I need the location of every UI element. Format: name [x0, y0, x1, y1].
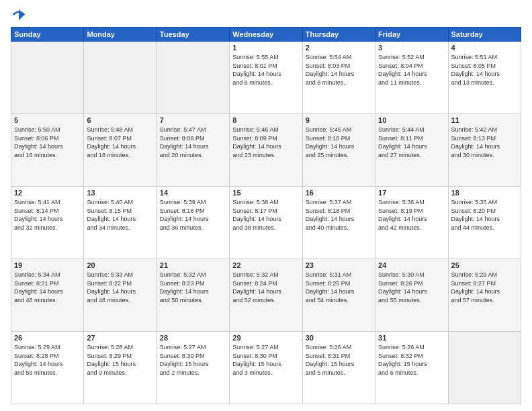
- calendar-day: 25Sunrise: 5:29 AMSunset: 8:27 PMDayligh…: [448, 259, 521, 332]
- calendar-day: 3Sunrise: 5:52 AMSunset: 8:04 PMDaylight…: [375, 42, 448, 114]
- day-info: Sunrise: 5:30 AMSunset: 8:26 PMDaylight:…: [378, 271, 445, 304]
- calendar-day: 17Sunrise: 5:36 AMSunset: 8:19 PMDayligh…: [375, 187, 448, 259]
- calendar-day: 22Sunrise: 5:32 AMSunset: 8:24 PMDayligh…: [230, 259, 302, 332]
- day-info: Sunrise: 5:35 AMSunset: 8:20 PMDaylight:…: [451, 198, 518, 232]
- day-number: 6: [87, 116, 153, 124]
- day-header-saturday: Saturday: [448, 28, 521, 42]
- day-info: Sunrise: 5:37 AMSunset: 8:18 PMDaylight:…: [306, 198, 372, 232]
- calendar-day: 29Sunrise: 5:27 AMSunset: 8:30 PMDayligh…: [230, 332, 302, 404]
- day-number: 26: [14, 334, 81, 342]
- calendar-day: 6Sunrise: 5:48 AMSunset: 8:07 PMDaylight…: [84, 114, 157, 187]
- day-header-monday: Monday: [84, 28, 157, 42]
- day-info: Sunrise: 5:54 AMSunset: 8:03 PMDaylight:…: [306, 53, 372, 87]
- day-info: Sunrise: 5:32 AMSunset: 8:24 PMDaylight:…: [232, 271, 299, 304]
- day-info: Sunrise: 5:51 AMSunset: 8:05 PMDaylight:…: [451, 53, 518, 87]
- calendar-week-row: 19Sunrise: 5:34 AMSunset: 8:21 PMDayligh…: [11, 259, 521, 332]
- logo: [11, 8, 26, 21]
- day-number: 22: [232, 261, 299, 269]
- calendar-day: [157, 42, 229, 114]
- day-info: Sunrise: 5:44 AMSunset: 8:11 PMDaylight:…: [378, 126, 445, 159]
- day-info: Sunrise: 5:48 AMSunset: 8:07 PMDaylight:…: [87, 126, 153, 159]
- day-info: Sunrise: 5:46 AMSunset: 8:09 PMDaylight:…: [232, 126, 299, 159]
- day-header-thursday: Thursday: [302, 28, 375, 42]
- day-number: 13: [87, 189, 153, 197]
- day-header-tuesday: Tuesday: [157, 28, 229, 42]
- calendar-day: 5Sunrise: 5:50 AMSunset: 8:06 PMDaylight…: [11, 114, 84, 187]
- calendar-day: 2Sunrise: 5:54 AMSunset: 8:03 PMDaylight…: [302, 42, 375, 114]
- calendar: SundayMondayTuesdayWednesdayThursdayFrid…: [11, 27, 521, 404]
- day-number: 15: [232, 189, 299, 197]
- day-info: Sunrise: 5:41 AMSunset: 8:14 PMDaylight:…: [14, 198, 81, 232]
- day-info: Sunrise: 5:52 AMSunset: 8:04 PMDaylight:…: [378, 53, 445, 87]
- day-info: Sunrise: 5:27 AMSunset: 8:30 PMDaylight:…: [160, 343, 226, 377]
- day-number: 14: [160, 189, 226, 197]
- day-number: 27: [87, 334, 153, 342]
- calendar-day: [448, 332, 521, 404]
- day-info: Sunrise: 5:28 AMSunset: 8:29 PMDaylight:…: [87, 343, 153, 377]
- day-info: Sunrise: 5:29 AMSunset: 8:28 PMDaylight:…: [14, 343, 81, 377]
- day-header-wednesday: Wednesday: [230, 28, 302, 42]
- calendar-day: 19Sunrise: 5:34 AMSunset: 8:21 PMDayligh…: [11, 259, 84, 332]
- header: [11, 8, 521, 21]
- day-info: Sunrise: 5:47 AMSunset: 8:08 PMDaylight:…: [160, 126, 226, 159]
- calendar-day: 28Sunrise: 5:27 AMSunset: 8:30 PMDayligh…: [157, 332, 229, 404]
- calendar-day: 8Sunrise: 5:46 AMSunset: 8:09 PMDaylight…: [230, 114, 302, 187]
- calendar-day: 30Sunrise: 5:26 AMSunset: 8:31 PMDayligh…: [302, 332, 375, 404]
- day-number: 21: [160, 261, 226, 269]
- calendar-day: 10Sunrise: 5:44 AMSunset: 8:11 PMDayligh…: [375, 114, 448, 187]
- day-number: 3: [378, 44, 445, 52]
- day-number: 7: [160, 116, 226, 124]
- calendar-day: [84, 42, 157, 114]
- day-info: Sunrise: 5:42 AMSunset: 8:13 PMDaylight:…: [451, 126, 518, 159]
- day-number: 17: [378, 189, 445, 197]
- calendar-header-row: SundayMondayTuesdayWednesdayThursdayFrid…: [11, 28, 521, 42]
- calendar-day: [11, 42, 84, 114]
- day-info: Sunrise: 5:26 AMSunset: 8:32 PMDaylight:…: [378, 343, 445, 377]
- day-header-friday: Friday: [375, 28, 448, 42]
- calendar-day: 27Sunrise: 5:28 AMSunset: 8:29 PMDayligh…: [84, 332, 157, 404]
- day-number: 11: [451, 116, 518, 124]
- day-number: 25: [451, 261, 518, 269]
- day-number: 31: [378, 334, 445, 342]
- calendar-day: 21Sunrise: 5:32 AMSunset: 8:23 PMDayligh…: [157, 259, 229, 332]
- day-number: 10: [378, 116, 445, 124]
- calendar-week-row: 12Sunrise: 5:41 AMSunset: 8:14 PMDayligh…: [11, 187, 521, 259]
- calendar-day: 16Sunrise: 5:37 AMSunset: 8:18 PMDayligh…: [302, 187, 375, 259]
- logo-icon: [12, 8, 26, 21]
- calendar-day: 24Sunrise: 5:30 AMSunset: 8:26 PMDayligh…: [375, 259, 448, 332]
- day-number: 18: [451, 189, 518, 197]
- calendar-day: 18Sunrise: 5:35 AMSunset: 8:20 PMDayligh…: [448, 187, 521, 259]
- day-info: Sunrise: 5:27 AMSunset: 8:30 PMDaylight:…: [232, 343, 299, 377]
- day-number: 2: [306, 44, 372, 52]
- day-number: 12: [14, 189, 81, 197]
- day-number: 23: [306, 261, 372, 269]
- day-info: Sunrise: 5:38 AMSunset: 8:17 PMDaylight:…: [232, 198, 299, 232]
- calendar-week-row: 26Sunrise: 5:29 AMSunset: 8:28 PMDayligh…: [11, 332, 521, 404]
- calendar-day: 12Sunrise: 5:41 AMSunset: 8:14 PMDayligh…: [11, 187, 84, 259]
- calendar-week-row: 5Sunrise: 5:50 AMSunset: 8:06 PMDaylight…: [11, 114, 521, 187]
- calendar-day: 13Sunrise: 5:40 AMSunset: 8:15 PMDayligh…: [84, 187, 157, 259]
- day-info: Sunrise: 5:31 AMSunset: 8:25 PMDaylight:…: [306, 271, 372, 304]
- page: SundayMondayTuesdayWednesdayThursdayFrid…: [0, 0, 532, 411]
- calendar-day: 23Sunrise: 5:31 AMSunset: 8:25 PMDayligh…: [302, 259, 375, 332]
- day-number: 30: [306, 334, 372, 342]
- calendar-day: 31Sunrise: 5:26 AMSunset: 8:32 PMDayligh…: [375, 332, 448, 404]
- day-header-sunday: Sunday: [11, 28, 84, 42]
- day-number: 20: [87, 261, 153, 269]
- day-info: Sunrise: 5:36 AMSunset: 8:19 PMDaylight:…: [378, 198, 445, 232]
- day-number: 24: [378, 261, 445, 269]
- day-info: Sunrise: 5:29 AMSunset: 8:27 PMDaylight:…: [451, 271, 518, 304]
- day-info: Sunrise: 5:33 AMSunset: 8:22 PMDaylight:…: [87, 271, 153, 304]
- calendar-day: 15Sunrise: 5:38 AMSunset: 8:17 PMDayligh…: [230, 187, 302, 259]
- day-number: 9: [306, 116, 372, 124]
- day-info: Sunrise: 5:50 AMSunset: 8:06 PMDaylight:…: [14, 126, 81, 159]
- day-number: 4: [451, 44, 518, 52]
- calendar-week-row: 1Sunrise: 5:55 AMSunset: 8:01 PMDaylight…: [11, 42, 521, 114]
- calendar-day: 9Sunrise: 5:45 AMSunset: 8:10 PMDaylight…: [302, 114, 375, 187]
- calendar-day: 4Sunrise: 5:51 AMSunset: 8:05 PMDaylight…: [448, 42, 521, 114]
- day-number: 28: [160, 334, 226, 342]
- day-number: 5: [14, 116, 81, 124]
- day-info: Sunrise: 5:55 AMSunset: 8:01 PMDaylight:…: [232, 53, 299, 87]
- day-info: Sunrise: 5:34 AMSunset: 8:21 PMDaylight:…: [14, 271, 81, 304]
- calendar-day: 11Sunrise: 5:42 AMSunset: 8:13 PMDayligh…: [448, 114, 521, 187]
